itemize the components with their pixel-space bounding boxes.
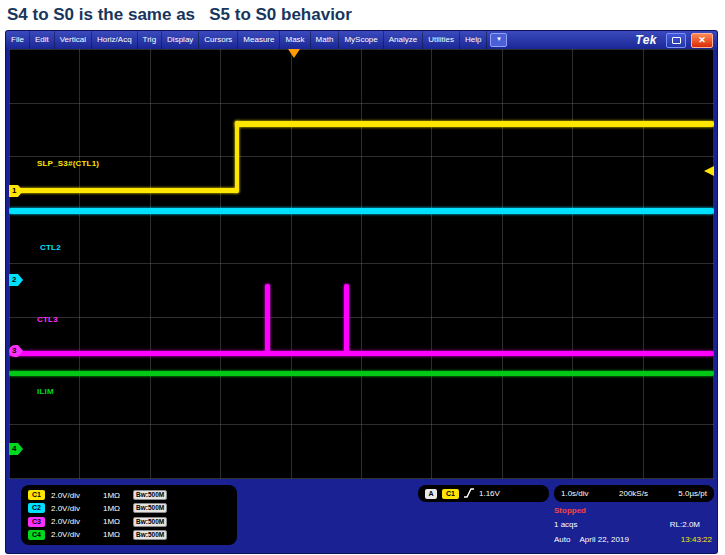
record-length: RL:2.0M: [670, 520, 714, 529]
ch1-trace-high: [235, 121, 714, 127]
time-label: 13:43:22: [681, 535, 714, 544]
ch2-impedance: 1MΩ: [103, 504, 133, 513]
ch2-trace: [9, 208, 714, 214]
ch1-trace-edge: [235, 121, 239, 193]
menu-item-display[interactable]: Display: [162, 31, 199, 49]
sample-rate: 200kS/s: [619, 489, 648, 498]
trigger-bus-badge: A: [425, 489, 437, 499]
minimize-icon: [672, 37, 681, 44]
trigger-readout[interactable]: A C1 1.16V: [418, 485, 549, 502]
menu-overflow-button[interactable]: ▼: [490, 33, 507, 47]
ch3-trace: [9, 351, 714, 356]
ch1-scale: 2.0V/div: [51, 491, 103, 500]
page-title: S4 to S0 is the same as S5 to S0 behavio…: [7, 5, 352, 25]
channel-row-c2[interactable]: C2 2.0V/div 1MΩ Bw:500M: [21, 503, 237, 513]
trigger-source-badge: C1: [442, 489, 459, 499]
menu-item-help[interactable]: Help: [460, 31, 487, 49]
date-label: April 22, 2019: [579, 535, 628, 544]
ch3-pulse-2: [344, 284, 349, 354]
menu-item-vertical[interactable]: Vertical: [55, 31, 92, 49]
sample-resolution: 5.0µs/pt: [678, 489, 707, 498]
trigger-mode: Auto: [554, 535, 570, 544]
status-bar: C1 2.0V/div 1MΩ Bw:500M C2 2.0V/div 1MΩ …: [9, 479, 714, 550]
ch4-badge[interactable]: C4: [28, 530, 45, 540]
ch3-bandwidth: Bw:500M: [133, 517, 167, 527]
menu-item-math[interactable]: Math: [311, 31, 340, 49]
menu-item-analyze[interactable]: Analyze: [384, 31, 423, 49]
ch4-bandwidth: Bw:500M: [133, 530, 167, 540]
menu-item-trig[interactable]: Trig: [138, 31, 162, 49]
menu-item-utilities[interactable]: Utilities: [423, 31, 460, 49]
timebase-scale: 1.0s/div: [561, 489, 589, 498]
ch3-scale: 2.0V/div: [51, 517, 103, 526]
ch2-signal-label: CTL2: [40, 243, 61, 252]
ch1-trace-low: [9, 188, 238, 193]
scope-window: File Edit Vertical Horiz/Acq Trig Displa…: [6, 31, 717, 553]
menu-item-myscope[interactable]: MyScope: [339, 31, 383, 49]
ch1-impedance: 1MΩ: [103, 491, 133, 500]
menu-item-measure[interactable]: Measure: [238, 31, 280, 49]
ch4-trace: [9, 371, 714, 376]
ch3-signal-label: CTL3: [37, 315, 58, 324]
menu-item-cursors[interactable]: Cursors: [199, 31, 238, 49]
ch1-badge[interactable]: C1: [28, 490, 45, 500]
menu-item-file[interactable]: File: [6, 31, 30, 49]
ch2-bandwidth: Bw:500M: [133, 503, 167, 513]
menu-item-edit[interactable]: Edit: [30, 31, 55, 49]
channel-row-c4[interactable]: C4 2.0V/div 1MΩ Bw:500M: [21, 530, 237, 540]
trigger-level-value: 1.16V: [479, 489, 500, 498]
close-button[interactable]: ✕: [691, 33, 713, 48]
ch3-badge[interactable]: C3: [28, 517, 45, 527]
ch3-impedance: 1MΩ: [103, 517, 133, 526]
ch2-badge[interactable]: C2: [28, 503, 45, 513]
ch4-scale: 2.0V/div: [51, 530, 103, 539]
minimize-button[interactable]: [666, 33, 686, 48]
tek-logo: Tek: [635, 33, 657, 47]
window-controls: Tek ✕: [635, 33, 717, 48]
timebase-readout[interactable]: 1.0s/div 200kS/s 5.0µs/pt: [554, 485, 714, 502]
ch4-signal-label: ILIM: [37, 387, 54, 396]
rising-edge-icon: [464, 488, 474, 500]
trigger-level-arrow[interactable]: [704, 166, 714, 176]
ch2-scale: 2.0V/div: [51, 504, 103, 513]
chevron-down-icon: ▼: [496, 36, 502, 42]
trigger-position-marker[interactable]: [288, 49, 300, 58]
close-icon: ✕: [698, 35, 706, 45]
menu-item-mask[interactable]: Mask: [280, 31, 310, 49]
ch4-impedance: 1MΩ: [103, 530, 133, 539]
menu-bar: File Edit Vertical Horiz/Acq Trig Displa…: [6, 31, 717, 49]
acquisition-count: 1 acqs: [554, 520, 578, 529]
waveform-display: SLP_S3#(CTL1) CTL2 CTL3 ILIM 1 2 3 4: [9, 49, 714, 479]
ch1-reference-marker[interactable]: 1: [9, 185, 23, 197]
ch4-reference-marker[interactable]: 4: [9, 443, 23, 455]
ch1-bandwidth: Bw:500M: [133, 490, 167, 500]
menu-item-horiz-acq[interactable]: Horiz/Acq: [92, 31, 138, 49]
ch2-reference-marker[interactable]: 2: [9, 274, 23, 286]
ch1-signal-label: SLP_S3#(CTL1): [37, 159, 99, 168]
channel-row-c1[interactable]: C1 2.0V/div 1MΩ Bw:500M: [21, 490, 237, 500]
ch3-pulse-1: [265, 284, 270, 354]
channel-readouts: C1 2.0V/div 1MΩ Bw:500M C2 2.0V/div 1MΩ …: [21, 485, 237, 545]
channel-row-c3[interactable]: C3 2.0V/div 1MΩ Bw:500M: [21, 517, 237, 527]
acquisition-state: Stopped: [554, 506, 586, 515]
